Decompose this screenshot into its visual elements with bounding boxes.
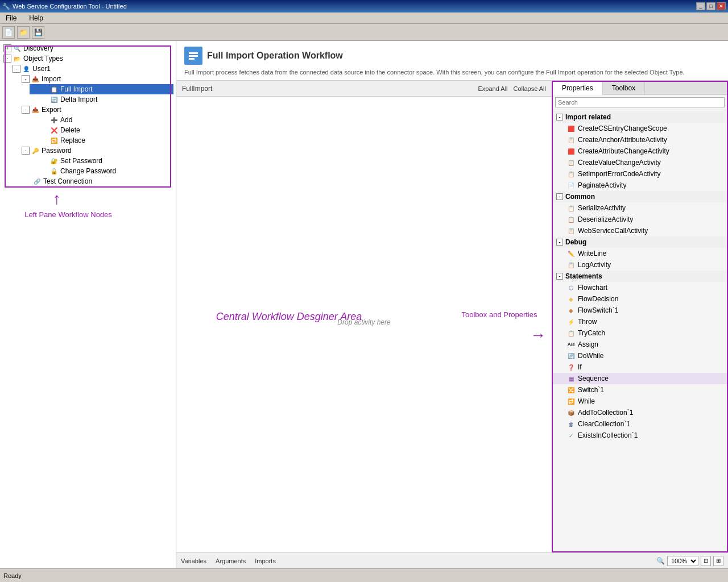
tab-properties[interactable]: Properties bbox=[553, 82, 603, 95]
debug-group-toggle[interactable]: - bbox=[556, 239, 563, 246]
menubar: File Help bbox=[0, 13, 728, 24]
tree-item-add[interactable]: ➕ Add bbox=[30, 115, 173, 125]
zoom-fit-button[interactable]: ⊡ bbox=[701, 556, 711, 566]
toolbox-item-deserialize[interactable]: 📋 DeserializeActivity bbox=[553, 214, 727, 225]
toolbox-item-while[interactable]: 🔁 While bbox=[553, 396, 727, 407]
toolbox-item-logactivity[interactable]: 📋 LogActivity bbox=[553, 259, 727, 271]
toolbox-item-dowhile[interactable]: 🔄 DoWhile bbox=[553, 350, 727, 361]
delete-spacer bbox=[31, 126, 48, 135]
switch-icon: 🔀 bbox=[566, 385, 576, 394]
tree-item-import[interactable]: - 📥 Import bbox=[20, 74, 173, 84]
toolbox-item-existsincollection[interactable]: ✓ ExistsInCollection`1 bbox=[553, 430, 727, 441]
menu-file[interactable]: File bbox=[2, 13, 20, 23]
toolbox-item-serialize[interactable]: 📋 SerializeActivity bbox=[553, 202, 727, 214]
toolbar: 📄 📁 💾 bbox=[0, 24, 728, 41]
imports-tab[interactable]: Imports bbox=[255, 558, 276, 564]
toolbox-item-create-value[interactable]: 📋 CreateValueChangeActivity bbox=[553, 157, 727, 168]
webservice-call-label: WebServiceCallActivity bbox=[578, 227, 648, 235]
toolbox-item-clearcollection[interactable]: 🗑 ClearCollection`1 bbox=[553, 418, 727, 430]
arguments-tab[interactable]: Arguments bbox=[216, 558, 246, 564]
toolbox-item-assign[interactable]: AB Assign bbox=[553, 339, 727, 350]
while-label: While bbox=[578, 397, 595, 405]
tree-item-replace[interactable]: 🔁 Replace bbox=[30, 135, 173, 146]
group-debug[interactable]: - Debug bbox=[553, 236, 727, 248]
toolbox-item-paginate[interactable]: 📄 PaginateActivity bbox=[553, 180, 727, 191]
import-toggle[interactable]: - bbox=[22, 75, 30, 83]
titlebar-title-group: 🔧 Web Service Configuration Tool - Untit… bbox=[2, 3, 127, 10]
toolbox-item-writeline[interactable]: ✏️ WriteLine bbox=[553, 248, 727, 259]
sequence-label: Sequence bbox=[578, 375, 609, 383]
webservice-call-icon: 📋 bbox=[566, 226, 576, 235]
collapse-all-button[interactable]: Collapse All bbox=[514, 85, 546, 92]
export-toggle[interactable]: - bbox=[22, 106, 30, 114]
tree-item-full-import[interactable]: 📋 Full Import bbox=[30, 84, 173, 94]
object-types-toggle[interactable]: - bbox=[3, 55, 11, 63]
zoom-expand-button[interactable]: ⊞ bbox=[713, 556, 723, 566]
import-children: 📋 Full Import 🔄 Delta Import bbox=[20, 84, 173, 105]
toolbox-item-addtocollection[interactable]: 📦 AddToCollection`1 bbox=[553, 407, 727, 418]
if-icon: ❓ bbox=[566, 363, 576, 372]
group-import-related[interactable]: - Import related bbox=[553, 111, 727, 123]
left-pane-annotation-label: Left Pane Workflow Nodes bbox=[6, 210, 131, 219]
expand-all-button[interactable]: Expand All bbox=[478, 85, 508, 92]
assign-label: Assign bbox=[578, 340, 598, 348]
toolbox-item-webservice-call[interactable]: 📋 WebServiceCallActivity bbox=[553, 225, 727, 236]
user1-label: User1 bbox=[32, 65, 51, 73]
open-button[interactable]: 📁 bbox=[17, 26, 30, 39]
tab-toolbox[interactable]: Toolbox bbox=[603, 82, 645, 94]
tree-item-test-connection[interactable]: 🔗 Test Connection bbox=[20, 176, 173, 186]
tree-item-user1[interactable]: - 👤 User1 bbox=[11, 64, 173, 74]
toolbox-item-flowswitch[interactable]: ◆ FlowSwitch`1 bbox=[553, 305, 727, 316]
minimize-button[interactable]: _ bbox=[696, 2, 705, 10]
close-button[interactable]: ✕ bbox=[717, 2, 726, 10]
restore-button[interactable]: □ bbox=[706, 2, 715, 10]
toolbox-item-flowchart[interactable]: ⬡ Flowchart bbox=[553, 282, 727, 293]
toolbox-item-create-anchor[interactable]: 📋 CreateAnchorAttributeActivity bbox=[553, 134, 727, 146]
toolbox-item-throw[interactable]: ⚡ Throw bbox=[553, 316, 727, 327]
switch-label: Switch`1 bbox=[578, 386, 604, 394]
variables-tab[interactable]: Variables bbox=[181, 558, 206, 564]
group-common[interactable]: - Common bbox=[553, 191, 727, 202]
tree-item-delete[interactable]: ❌ Delete bbox=[30, 125, 173, 135]
statements-items: ⬡ Flowchart ◆ FlowDecision ◆ FlowSwitch`… bbox=[553, 282, 727, 441]
group-statements[interactable]: - Statements bbox=[553, 271, 727, 282]
toolbox-search-container bbox=[553, 95, 727, 110]
toolbox-search-input[interactable] bbox=[555, 97, 725, 107]
tree-item-discovery[interactable]: + 🔍 Discovery bbox=[2, 43, 173, 53]
import-label: Import bbox=[42, 75, 61, 83]
toolbox-item-set-import-error[interactable]: 📋 SetImportErrorCodeActivity bbox=[553, 168, 727, 180]
import-icon: 📥 bbox=[31, 74, 40, 84]
tree-item-change-password[interactable]: 🔓 Change Password bbox=[30, 166, 173, 176]
statements-group-toggle[interactable]: - bbox=[556, 273, 563, 280]
create-attr-label: CreateAttributeChangeActivity bbox=[578, 147, 669, 155]
tree-item-delta-import[interactable]: 🔄 Delta Import bbox=[30, 94, 173, 105]
new-button[interactable]: 📄 bbox=[2, 26, 15, 39]
user1-toggle[interactable]: - bbox=[13, 65, 20, 73]
password-toggle[interactable]: - bbox=[22, 147, 30, 155]
tree-item-object-types[interactable]: - 📂 Object Types bbox=[2, 53, 173, 64]
zoom-select[interactable]: 100% 75% 50% 150% bbox=[667, 556, 698, 566]
toolbox-item-switch[interactable]: 🔀 Switch`1 bbox=[553, 384, 727, 396]
toolbox-item-trycatch[interactable]: 📋 TryCatch bbox=[553, 327, 727, 339]
sequence-icon: ▦ bbox=[566, 374, 576, 383]
import-group-label: Import related bbox=[565, 113, 611, 121]
save-button[interactable]: 💾 bbox=[32, 26, 44, 39]
svg-rect-3 bbox=[189, 58, 195, 60]
designer-area[interactable]: FullImport Expand All Collapse All Drop … bbox=[176, 81, 552, 552]
tree-item-password[interactable]: - 🔑 Password bbox=[20, 146, 173, 156]
menu-help[interactable]: Help bbox=[26, 13, 47, 23]
common-group-toggle[interactable]: - bbox=[556, 193, 563, 200]
toolbox-item-sequence[interactable]: ▦ Sequence bbox=[553, 373, 727, 384]
toolbox-item-if[interactable]: ❓ If bbox=[553, 361, 727, 373]
discovery-toggle[interactable]: + bbox=[3, 44, 11, 52]
workflow-header: Full Import Operation Workflow Full Impo… bbox=[176, 41, 728, 81]
import-group-toggle[interactable]: - bbox=[556, 114, 563, 120]
toolbox-item-create-attr[interactable]: 🟥 CreateAttributeChangeActivity bbox=[553, 146, 727, 157]
existsincollection-icon: ✓ bbox=[566, 431, 576, 440]
toolbox-item-flowdecision[interactable]: ◆ FlowDecision bbox=[553, 293, 727, 305]
left-pane-arrow: ↑ bbox=[34, 190, 80, 208]
toolbox-item-create-cs[interactable]: 🟥 CreateCSEntryChangeScope bbox=[553, 123, 727, 134]
full-import-item-icon: 📋 bbox=[49, 85, 59, 94]
tree-item-export[interactable]: - 📤 Export bbox=[20, 105, 173, 115]
tree-item-set-password[interactable]: 🔐 Set Password bbox=[30, 156, 173, 166]
